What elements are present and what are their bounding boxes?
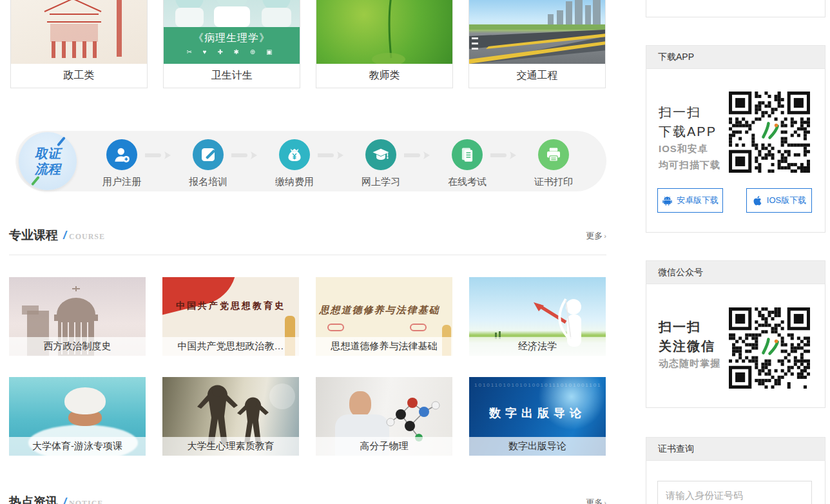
- course-card[interactable]: 大学体育-游泳专项课: [9, 377, 146, 456]
- health-band: 《病理生理学》 ✂ ♥ ✚ ✱ ⊕ ▣: [164, 27, 300, 64]
- news-section-title: 热点资讯: [9, 494, 58, 504]
- process-badge: 取证 流程: [19, 132, 77, 190]
- wechat-scan-line2: 关注微信: [659, 338, 715, 355]
- doctors-photo: [164, 0, 300, 27]
- course-section-title: 专业课程: [9, 227, 58, 244]
- download-app-header: 下载APP: [646, 45, 825, 69]
- course-title: 思想道德修养与法律基础: [316, 337, 452, 356]
- binary-decoration: 1010110101010100101110101001101011010101…: [474, 382, 601, 388]
- badge-slash-green: [31, 176, 40, 186]
- category-image-jiaotong: [469, 0, 605, 64]
- flow-step-label: 缴纳费用: [264, 176, 325, 188]
- course-title: 数字出版导论: [469, 437, 606, 456]
- category-card-jiaoshi[interactable]: 教师类: [316, 0, 453, 88]
- news-section-en: NOTICE: [69, 499, 103, 504]
- download-scan-line3: IOS和安卓: [659, 143, 708, 155]
- flow-arrow-icon: [316, 150, 346, 160]
- flow-step-exam: 在线考试: [436, 139, 498, 188]
- wechat-scan-line1: 扫一扫: [659, 318, 701, 336]
- category-label: 卫生计生: [164, 64, 300, 88]
- road-city-illustration: [469, 0, 605, 64]
- red-cloud-decoration: [410, 324, 427, 331]
- badge-line2: 流程: [35, 161, 61, 177]
- news-section-header: 热点资讯/NOTICE 更多›: [9, 494, 606, 504]
- wechat-qr-code: [729, 307, 810, 389]
- category-card-weisheng[interactable]: 《病理生理学》 ✂ ♥ ✚ ✱ ⊕ ▣ 卫生计生: [163, 0, 300, 88]
- flow-step-label: 在线考试: [436, 176, 498, 188]
- course-card[interactable]: 经济法学: [469, 277, 606, 356]
- wechat-scan-line3: 动态随时掌握: [659, 358, 720, 370]
- category-card-jiaotong[interactable]: 交通工程: [468, 0, 606, 88]
- cert-id-input[interactable]: [657, 481, 812, 504]
- news-more-link[interactable]: 更多›: [586, 497, 606, 504]
- course-card[interactable]: 西方政治制度史: [9, 277, 146, 356]
- flow-step-study: 网上学习: [350, 139, 412, 188]
- course-section-en: COURSE: [69, 232, 105, 242]
- flow-arrow-icon: [144, 150, 173, 160]
- flow-arrow-icon: [489, 150, 519, 160]
- course-section-header: 专业课程/COURSE 更多›: [9, 227, 606, 245]
- graduation-cap-icon: [365, 139, 396, 170]
- slash-icon: /: [63, 229, 66, 242]
- course-image-text: 思想道德修养与法律基础: [316, 304, 443, 316]
- tiananmen-illustration: [11, 0, 147, 64]
- exam-paper-icon: [452, 139, 483, 170]
- badge-line1: 取证: [35, 146, 61, 161]
- user-add-icon: [106, 139, 137, 170]
- category-image-weisheng: 《病理生理学》 ✂ ♥ ✚ ✱ ⊕ ▣: [164, 0, 300, 64]
- course-title: 中国共产党思想政治教…: [162, 337, 299, 356]
- course-more-link[interactable]: 更多›: [586, 230, 606, 242]
- page: 政工类 《病理生理学》 ✂ ♥ ✚ ✱ ⊕ ▣ 卫生计生 教师类: [0, 0, 830, 504]
- form-pencil-icon: [193, 139, 224, 170]
- android-icon: [662, 195, 673, 206]
- course-title: 高分子物理: [316, 437, 452, 456]
- flow-step-label: 用户注册: [91, 176, 153, 188]
- course-title: 经济法学: [469, 337, 606, 356]
- category-label: 交通工程: [469, 64, 605, 88]
- course-image-text: 数字出版导论: [469, 405, 606, 421]
- download-scan-line4: 均可扫描下载: [659, 159, 720, 171]
- course-card[interactable]: 1010110101010100101110101001101011010101…: [469, 377, 606, 456]
- printer-icon: [538, 139, 569, 170]
- course-title: 大学生心理素质教育: [162, 437, 299, 456]
- flow-step-pay: 缴纳费用: [264, 139, 325, 188]
- course-card[interactable]: 大学生心理素质教育: [162, 377, 299, 456]
- health-band-title: 《病理生理学》: [164, 32, 300, 45]
- flow-arrow-icon: [403, 150, 432, 160]
- course-card[interactable]: 中国共产党思想教育史 中国共产党思想政治教…: [162, 277, 299, 356]
- course-title: 西方政治制度史: [9, 337, 146, 356]
- category-card-zhenggong[interactable]: 政工类: [10, 0, 148, 88]
- apple-icon: [752, 195, 763, 206]
- download-scan-line2: 下载APP: [659, 123, 717, 141]
- chevron-right-icon: ›: [604, 499, 606, 504]
- flow-step-print: 证书打印: [523, 139, 584, 188]
- chevron-right-icon: ›: [604, 232, 606, 240]
- flow-step-label: 证书打印: [523, 176, 584, 188]
- android-download-button[interactable]: 安卓版下载: [657, 188, 723, 213]
- download-scan-line1: 扫一扫: [659, 104, 701, 121]
- course-title: 大学体育-游泳专项课: [9, 437, 146, 456]
- badge-slash-blue: [57, 137, 66, 147]
- swim-cap: [64, 387, 106, 414]
- ios-download-button[interactable]: IOS版下载: [746, 188, 812, 213]
- category-image-jiaoshi: [316, 0, 452, 64]
- course-card[interactable]: 高分子物理: [316, 377, 452, 456]
- flow-step-label: 网上学习: [350, 176, 412, 188]
- app-qr-code: [729, 92, 810, 173]
- category-image-zhenggong: [11, 0, 147, 64]
- flow-arrow-icon: [230, 150, 260, 160]
- flow-step-label: 报名培训: [177, 176, 239, 188]
- category-label: 教师类: [316, 64, 452, 88]
- section-divider: [9, 255, 606, 255]
- course-card[interactable]: 思想道德修养与法律基础 思想道德修养与法律基础: [316, 277, 452, 356]
- red-cloud-decoration: [327, 324, 344, 331]
- wechat-header: 微信公众号: [646, 260, 825, 284]
- course-image-text: 中国共产党思想教育史: [162, 300, 299, 312]
- slash-icon: /: [63, 496, 66, 504]
- sprout-illustration: [316, 0, 452, 64]
- money-bag-icon: [279, 139, 310, 170]
- flow-step-signup: 报名培训: [177, 139, 239, 188]
- flow-step-register: 用户注册: [91, 139, 153, 188]
- category-label: 政工类: [11, 64, 147, 88]
- sidebar-widget-cropped: [646, 0, 825, 17]
